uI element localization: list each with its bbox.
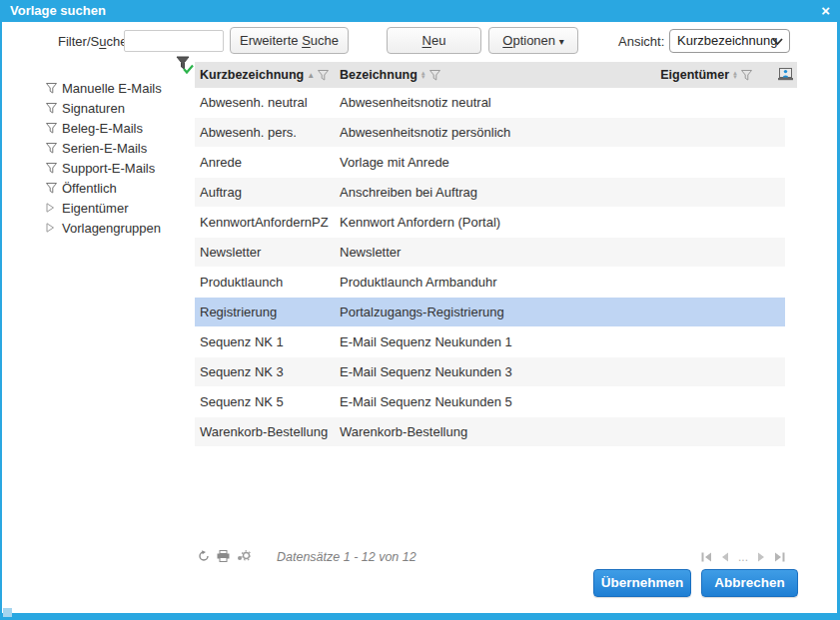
tree-item[interactable]: Manuelle E-Mails bbox=[46, 78, 162, 98]
pagination: ... bbox=[701, 550, 785, 564]
next-page-icon[interactable] bbox=[757, 552, 765, 562]
cell-kurzbezeichnung: Abwesenh. pers. bbox=[195, 125, 340, 140]
cell-bezeichnung: Warenkorb-Bestellung bbox=[340, 424, 745, 439]
sort-both-icon: ▲▼ bbox=[420, 71, 426, 79]
tree-item-label: Eigentümer bbox=[62, 201, 128, 216]
cell-kurzbezeichnung: Newsletter bbox=[195, 245, 340, 260]
sort-asc-icon: ▲ bbox=[307, 71, 315, 80]
table-row[interactable]: KennwortAnfordernPZ Kennwort Anfordern (… bbox=[195, 208, 785, 238]
tree-item[interactable]: Signaturen bbox=[46, 98, 162, 118]
cell-kurzbezeichnung: Abwesenh. neutral bbox=[195, 95, 340, 110]
column-filter-icon[interactable] bbox=[429, 70, 440, 81]
cell-bezeichnung: Vorlage mit Anrede bbox=[340, 155, 745, 170]
tree-item[interactable]: Vorlagengruppen bbox=[46, 218, 162, 238]
cell-kurzbezeichnung: Sequenz NK 3 bbox=[195, 364, 340, 379]
refresh-icon[interactable] bbox=[198, 550, 210, 562]
column-header-kurzbezeichnung[interactable]: Kurzbezeichnung ▲ bbox=[195, 68, 340, 82]
filter-icon bbox=[46, 143, 57, 154]
filter-icon bbox=[46, 183, 57, 194]
cell-kurzbezeichnung: Sequenz NK 1 bbox=[195, 334, 340, 349]
column-header-bezeichnung[interactable]: Bezeichnung ▲▼ bbox=[340, 68, 440, 82]
first-page-icon[interactable] bbox=[701, 552, 712, 562]
expand-icon bbox=[46, 203, 55, 213]
cell-bezeichnung: Abwesenheitsnotiz neutral bbox=[340, 95, 745, 110]
cell-kurzbezeichnung: Auftrag bbox=[195, 185, 340, 200]
view-select[interactable]: Kurzbezeichnung bbox=[669, 29, 790, 53]
cell-kurzbezeichnung: Warenkorb-Bestellung bbox=[195, 424, 340, 439]
tree-item[interactable]: Serien-E-Mails bbox=[46, 138, 162, 158]
filter-icon bbox=[46, 83, 57, 94]
expand-icon bbox=[46, 223, 55, 233]
chevron-down-icon bbox=[772, 38, 783, 46]
column-filter-icon[interactable] bbox=[318, 70, 329, 81]
category-tree: Manuelle E-Mails Signaturen Beleg-E-Mail… bbox=[46, 78, 162, 238]
active-filter-icon bbox=[176, 56, 194, 79]
cell-bezeichnung: Anschreiben bei Auftrag bbox=[340, 185, 745, 200]
filter-icon bbox=[46, 123, 57, 134]
table-row[interactable]: Produktlaunch Produktlaunch Armbanduhr bbox=[195, 268, 785, 298]
cell-bezeichnung: Portalzugangs-Registrierung bbox=[340, 305, 745, 319]
cell-bezeichnung: Abwesenheitsnotiz persönlich bbox=[340, 125, 745, 140]
tree-item-label: Serien-E-Mails bbox=[62, 141, 147, 156]
tree-item-label: Manuelle E-Mails bbox=[62, 81, 162, 96]
tree-item[interactable]: Support-E-Mails bbox=[46, 158, 162, 178]
print-icon[interactable] bbox=[217, 550, 230, 562]
cell-bezeichnung: E-Mail Sequenz Neukunden 1 bbox=[340, 334, 745, 349]
record-settings-icon[interactable] bbox=[237, 550, 251, 562]
tree-item-label: Support-E-Mails bbox=[62, 161, 155, 176]
table-row[interactable]: Registrierung Portalzugangs-Registrierun… bbox=[195, 298, 785, 327]
tree-item[interactable]: Öffentlich bbox=[46, 178, 162, 198]
table-row[interactable]: Sequenz NK 3 E-Mail Sequenz Neukunden 3 bbox=[195, 357, 785, 387]
cell-kurzbezeichnung: Produktlaunch bbox=[195, 275, 340, 290]
prev-page-icon[interactable] bbox=[721, 552, 729, 562]
cancel-button[interactable]: Abbrechen bbox=[701, 569, 798, 597]
cell-bezeichnung: Produktlaunch Armbanduhr bbox=[340, 275, 745, 290]
table-row[interactable]: Sequenz NK 1 E-Mail Sequenz Neukunden 1 bbox=[195, 327, 785, 357]
column-header-eigentuemer[interactable]: Eigentümer ▲▼ bbox=[660, 68, 752, 82]
apply-button[interactable]: Übernehmen bbox=[593, 569, 691, 597]
table-body: Abwesenh. neutral Abwesenheitsnotiz neut… bbox=[195, 88, 785, 447]
template-search-dialog: Vorlage suchen × Filter/Suche: Erweitert… bbox=[0, 0, 840, 620]
sort-both-icon: ▲▼ bbox=[732, 71, 738, 79]
table-row[interactable]: Newsletter Newsletter bbox=[195, 238, 785, 268]
view-label: Ansicht: bbox=[618, 34, 664, 49]
cell-kurzbezeichnung: KennwortAnfordernPZ bbox=[195, 215, 340, 230]
table-row[interactable]: Sequenz NK 5 E-Mail Sequenz Neukunden 5 bbox=[195, 387, 785, 417]
options-caret-icon: ▾ bbox=[559, 36, 564, 47]
resize-handle[interactable] bbox=[3, 608, 12, 617]
filter-search-label: Filter/Suche: bbox=[58, 34, 131, 49]
titlebar: Vorlage suchen × bbox=[0, 0, 840, 22]
cell-kurzbezeichnung: Sequenz NK 5 bbox=[195, 394, 340, 409]
page-ellipsis: ... bbox=[738, 550, 748, 564]
tree-item-label: Beleg-E-Mails bbox=[62, 121, 143, 136]
cell-bezeichnung: Newsletter bbox=[340, 245, 745, 260]
table-row[interactable]: Abwesenh. neutral Abwesenheitsnotiz neut… bbox=[195, 88, 785, 118]
cell-kurzbezeichnung: Anrede bbox=[195, 155, 340, 170]
table-row[interactable]: Abwesenh. pers. Abwesenheitsnotiz persön… bbox=[195, 118, 785, 148]
record-count-label: Datensätze 1 - 12 von 12 bbox=[277, 550, 417, 564]
column-filter-icon[interactable] bbox=[741, 70, 752, 81]
filter-icon bbox=[46, 103, 57, 114]
close-icon[interactable]: × bbox=[821, 2, 830, 19]
tree-item[interactable]: Beleg-E-Mails bbox=[46, 118, 162, 138]
filter-search-input[interactable] bbox=[124, 30, 224, 52]
filter-icon bbox=[46, 163, 57, 174]
view-select-value: Kurzbezeichnung bbox=[677, 33, 777, 48]
tree-item[interactable]: Eigentümer bbox=[46, 198, 162, 218]
table-header: Kurzbezeichnung ▲ Bezeichnung ▲▼ Eigentü… bbox=[195, 62, 797, 88]
options-button[interactable]: Optionen ▾ bbox=[488, 27, 578, 54]
tree-item-label: Signaturen bbox=[62, 101, 125, 116]
owner-view-icon[interactable] bbox=[778, 68, 793, 84]
new-button[interactable]: Neu bbox=[387, 27, 481, 54]
last-page-icon[interactable] bbox=[774, 552, 785, 562]
table-row[interactable]: Anrede Vorlage mit Anrede bbox=[195, 148, 785, 178]
advanced-search-button[interactable]: Erweiterte Suche bbox=[230, 27, 349, 54]
tree-item-label: Vorlagengruppen bbox=[62, 221, 161, 236]
cell-kurzbezeichnung: Registrierung bbox=[195, 305, 340, 319]
bottom-border bbox=[0, 613, 840, 620]
table-row[interactable]: Auftrag Anschreiben bei Auftrag bbox=[195, 178, 785, 208]
table-row[interactable]: Warenkorb-Bestellung Warenkorb-Bestellun… bbox=[195, 417, 785, 447]
dialog-title: Vorlage suchen bbox=[10, 3, 106, 18]
cell-bezeichnung: E-Mail Sequenz Neukunden 5 bbox=[340, 394, 745, 409]
cell-bezeichnung: Kennwort Anfordern (Portal) bbox=[340, 215, 745, 230]
